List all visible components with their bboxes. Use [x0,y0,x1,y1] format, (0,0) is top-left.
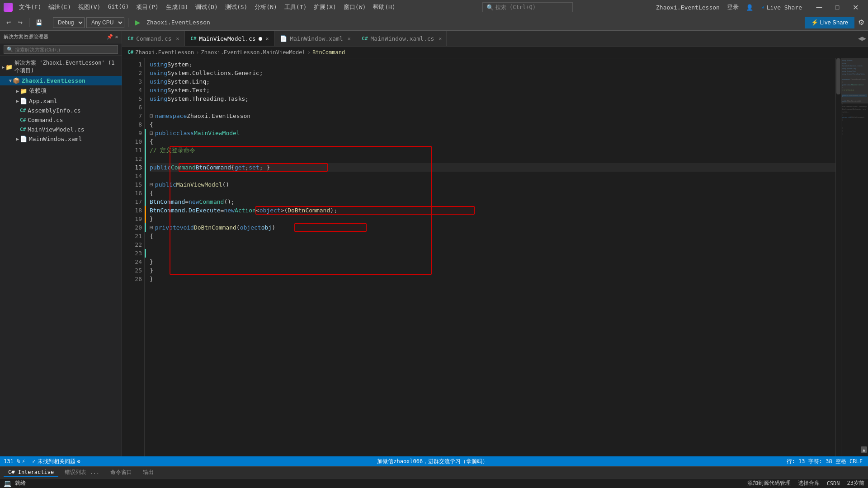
scroll-thumb[interactable] [836,58,840,94]
tree-item-mainwindow[interactable]: ▶ 📄 MainWindow.xaml [0,134,122,144]
breadcrumb: C# Zhaoxi.EventLesson › Zhaoxi.EventLess… [122,47,868,58]
tree-icon-appxaml: 📄 [20,98,27,104]
breadcrumb-sep2: › [307,49,311,56]
status-position[interactable]: 行: 13 字符: 38 空格 CRLF [781,456,868,466]
tab-scroll-left[interactable]: ◀ [858,35,862,42]
panel-tab-interactive[interactable]: C# Interactive [4,468,58,477]
expand-icon-mainwindow: ▶ [16,136,19,141]
code-row-8: { [150,120,835,129]
menu-help[interactable]: 帮助(H) [369,2,399,12]
content-area: 解决方案资源管理器 📌 ✕ 🔍 ▶ 📁 解决方案 'Zhaoxi.EventLe… [0,31,868,466]
live-share-icon: ⚡ [761,4,765,11]
sidebar-header: 解决方案资源管理器 📌 ✕ [0,31,122,43]
platform-select[interactable]: Any CPU [86,17,124,28]
minimap-content: using System; using System.Collections.G… [841,58,868,136]
code-content[interactable]: using System; using System.Collections.G… [146,58,835,466]
tree-label-project: Zhaoxi.EventLesson [22,77,85,84]
code-row-17: BtnCommand = new Command(); [150,197,835,206]
code-row-5: using System.Threading.Tasks; [150,94,835,103]
status-issues[interactable]: ✓ 未找到相关问题 ⚙ [28,456,84,466]
minimize-button[interactable]: ─ [810,1,828,14]
login-button[interactable]: 登录 [723,2,742,12]
start-button[interactable]: ▶ [132,17,143,28]
tree-item-command[interactable]: ▶ C# Command.cs [0,115,122,125]
tree-item-appxaml[interactable]: ▶ 📄 App.xaml [0,96,122,106]
breadcrumb-part3[interactable]: BtnCommand [312,49,345,56]
menu-view[interactable]: 视图(V) [75,2,104,12]
tab-close-mainviewmodel[interactable]: ✕ [266,36,269,42]
breadcrumb-part2[interactable]: Zhaoxi.EventLesson.MainViewModel [201,49,306,56]
sidebar-search-input[interactable] [15,47,115,52]
code-row-7: ⊟namespace Zhaoxi.EventLesson [150,112,835,120]
check-icon: ✓ [32,458,35,465]
menu-edit[interactable]: 编辑(E) [45,2,74,12]
sidebar-pin-icon[interactable]: 📌 [107,34,113,40]
menu-git[interactable]: Git(G) [104,2,132,12]
settings-icon: ⚙ [77,458,80,465]
tab-mainviewmodel[interactable]: C# MainViewModel.cs ✕ [185,31,274,46]
taskbar-source-control[interactable]: 添加到源代码管理 [747,479,791,487]
separator-3 [128,18,128,27]
tree-item-dependencies[interactable]: ▶ 📁 依赖项 [0,85,122,96]
menu-extensions[interactable]: 扩展(X) [310,2,340,12]
tree-label-mainwindow: MainWindow.xaml [29,136,82,142]
tab-mainwindow-xaml[interactable]: 📄 MainWindow.xaml ✕ [274,31,356,46]
menu-analyze[interactable]: 分析(N) [251,2,280,12]
debug-config-select[interactable]: Debug [53,17,85,28]
code-row-25: } [150,266,835,275]
menu-build[interactable]: 生成(B) [162,2,192,12]
tab-close-command[interactable]: ✕ [176,36,179,42]
status-bar: 131 % ⚡ ✓ 未找到相关问题 ⚙ 加微信zhaoxl066，进群交流学习（… [0,456,868,466]
tab-close-mainwindow-cs[interactable]: ✕ [439,36,442,42]
status-zoom[interactable]: 131 % ⚡ [0,456,28,466]
menu-project[interactable]: 项目(P) [132,2,162,12]
separator-2 [49,18,49,27]
taskbar-status: 就绪 [15,479,26,487]
tab-scroll-right[interactable]: ▶ [862,35,866,42]
status-message-text: 加微信zhaoxl066，进群交流学习（拿源码） [377,458,488,465]
live-share-toolbar-button[interactable]: ⚡ Live Share [805,17,854,28]
menu-file[interactable]: 文件(F) [15,2,45,12]
sidebar-close-icon[interactable]: ✕ [115,34,118,40]
panel-tab-output[interactable]: 输出 [138,468,158,477]
vertical-scrollbar[interactable] [835,58,841,466]
tab-icon-mainwindow-xaml: 📄 [280,35,287,42]
code-row-18: BtnCommand.DoExecute = new Action<object… [150,206,835,215]
tab-label-mainwindow-cs: MainWindow.xaml.cs [371,35,434,42]
tree-label-command: Command.cs [28,117,63,123]
scroll-top-button[interactable]: ▲ [861,446,867,453]
code-row-16: { [150,189,835,197]
code-row-12 [150,155,835,163]
tab-mainwindow-cs[interactable]: C# MainWindow.xaml.cs ✕ [356,31,447,46]
undo-button[interactable]: ↩ [4,19,14,27]
panel-tab-errorlist[interactable]: 错误列表 ... [60,468,104,477]
menu-test[interactable]: 测试(S) [222,2,251,12]
toolbar: ↩ ↪ 💾 Debug Any CPU ▶ Zhaoxi.EventLesson… [0,14,868,31]
close-button[interactable]: ✕ [846,1,864,14]
tab-close-mainwindow-xaml[interactable]: ✕ [348,36,351,42]
taskbar-csdn[interactable]: CSDN [827,480,840,487]
tree-item-mainviewmodel[interactable]: ▶ C# MainViewModel.cs [0,125,122,134]
breadcrumb-part1[interactable]: Zhaoxi.EventLesson [135,49,194,56]
menu-debug[interactable]: 调试(D) [192,2,221,12]
maximize-button[interactable]: □ [828,1,846,14]
code-row-22 [150,240,835,249]
save-button[interactable]: 💾 [33,19,45,27]
redo-button[interactable]: ↪ [15,19,25,27]
breadcrumb-sep1: › [196,49,199,56]
taskbar-select-repo[interactable]: 选择合库 [798,479,820,487]
code-row-24: } [150,258,835,266]
live-share-button[interactable]: ⚡ Live Share [757,3,807,12]
tree-item-project[interactable]: ▼ 📦 Zhaoxi.EventLesson [0,76,122,85]
code-row-20: ⊟ private void DoBtnCommand(object obj) [150,223,835,232]
zoom-icon: ⚡ [22,458,25,465]
code-editor[interactable]: using System; using System.Collections.G… [122,58,868,466]
menu-window[interactable]: 窗口(W) [340,2,369,12]
tree-item-assemblyinfo[interactable]: ▶ C# AssemblyInfo.cs [0,106,122,115]
tab-command[interactable]: C# Command.cs ✕ [122,31,185,46]
tab-icon-command: C# [127,36,133,42]
settings-button[interactable]: ⚙ [858,18,864,27]
menu-tools[interactable]: 工具(T) [281,2,310,12]
tree-item-solution[interactable]: ▶ 📁 解决方案 'Zhaoxi.EventLesson' (1 个项目) [0,58,122,76]
panel-tab-command[interactable]: 命令窗口 [106,468,137,477]
